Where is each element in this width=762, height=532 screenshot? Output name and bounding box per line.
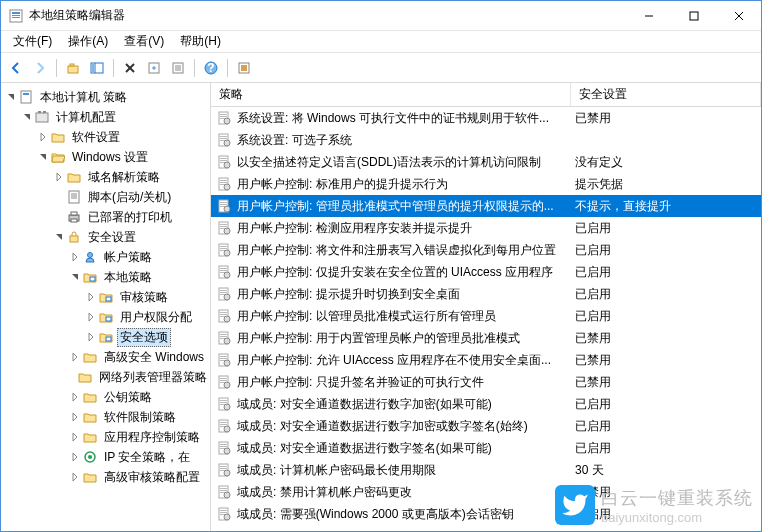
expand-icon[interactable] bbox=[69, 431, 81, 443]
minimize-button[interactable] bbox=[626, 1, 671, 30]
policy-row[interactable]: 域成员: 计算机帐户密码最长使用期限30 天 bbox=[211, 459, 761, 481]
policy-setting-cell: 已启用 bbox=[571, 506, 761, 523]
svg-rect-61 bbox=[220, 182, 227, 183]
tree-item[interactable]: 帐户策略 bbox=[1, 247, 210, 267]
policy-row[interactable]: 用户帐户控制: 以管理员批准模式运行所有管理员已启用 bbox=[211, 305, 761, 327]
tree-item[interactable]: 安全设置 bbox=[1, 227, 210, 247]
collapse-icon[interactable] bbox=[53, 231, 65, 243]
svg-rect-60 bbox=[220, 180, 227, 181]
policy-row[interactable]: 域成员: 禁用计算机帐户密码更改已禁用 bbox=[211, 481, 761, 503]
expand-icon[interactable] bbox=[69, 451, 81, 463]
policy-row[interactable]: 用户帐户控制: 只提升签名并验证的可执行文件已禁用 bbox=[211, 371, 761, 393]
up-button[interactable] bbox=[62, 57, 84, 79]
svg-rect-101 bbox=[220, 358, 227, 359]
expand-icon[interactable] bbox=[37, 131, 49, 143]
policy-row[interactable]: 用户帐户控制: 管理员批准模式中管理员的提升权限提示的...不提示，直接提升 bbox=[211, 195, 761, 217]
collapse-icon[interactable] bbox=[5, 91, 17, 103]
policy-row[interactable]: 域成员: 对安全通道数据进行数字加密或数字签名(始终)已启用 bbox=[211, 415, 761, 437]
collapse-icon[interactable] bbox=[37, 151, 49, 163]
policy-row[interactable]: 用户帐户控制: 仅提升安装在安全位置的 UIAccess 应用程序已启用 bbox=[211, 261, 761, 283]
help-button[interactable]: ? bbox=[200, 57, 222, 79]
policy-row[interactable]: 系统设置: 将 Windows 可执行文件中的证书规则用于软件...已禁用 bbox=[211, 107, 761, 129]
menu-view[interactable]: 查看(V) bbox=[116, 31, 172, 52]
tree-item[interactable]: 网络列表管理器策略 bbox=[1, 367, 210, 387]
titlebar: 本地组策略编辑器 bbox=[1, 1, 761, 31]
maximize-button[interactable] bbox=[671, 1, 716, 30]
expand-icon[interactable] bbox=[69, 351, 81, 363]
svg-point-133 bbox=[224, 492, 230, 498]
column-header-setting[interactable]: 安全设置 bbox=[571, 83, 761, 106]
tree-item[interactable]: 公钥策略 bbox=[1, 387, 210, 407]
menu-help[interactable]: 帮助(H) bbox=[172, 31, 229, 52]
policy-row[interactable]: 域成员: 对安全通道数据进行数字签名(如果可能)已启用 bbox=[211, 437, 761, 459]
tree-item[interactable]: 域名解析策略 bbox=[1, 167, 210, 187]
export-button[interactable] bbox=[143, 57, 165, 79]
policy-row[interactable]: 系统设置: 可选子系统 bbox=[211, 129, 761, 151]
menu-file[interactable]: 文件(F) bbox=[5, 31, 60, 52]
svg-rect-76 bbox=[220, 248, 227, 249]
expand-icon[interactable] bbox=[69, 391, 81, 403]
policy-row[interactable]: 域成员: 需要强(Windows 2000 或更高版本)会话密钥已启用 bbox=[211, 503, 761, 525]
policy-row[interactable]: 域成员: 对安全通道数据进行数字加密(如果可能)已启用 bbox=[211, 393, 761, 415]
column-header-policy[interactable]: 策略 bbox=[211, 83, 571, 106]
tree-item[interactable]: 审核策略 bbox=[1, 287, 210, 307]
svg-point-73 bbox=[224, 228, 230, 234]
svg-point-108 bbox=[224, 382, 230, 388]
policy-name-cell: 域成员: 对安全通道数据进行数字加密或数字签名(始终) bbox=[211, 418, 571, 435]
policy-row[interactable]: 用户帐户控制: 将文件和注册表写入错误虚拟化到每用户位置已启用 bbox=[211, 239, 761, 261]
policy-row[interactable]: 用户帐户控制: 检测应用程序安装并提示提升已启用 bbox=[211, 217, 761, 239]
tree-item[interactable]: 脚本(启动/关机) bbox=[1, 187, 210, 207]
expand-icon[interactable] bbox=[85, 291, 97, 303]
tree-item[interactable]: IP 安全策略，在 bbox=[1, 447, 210, 467]
policy-icon bbox=[217, 507, 231, 521]
policy-icon bbox=[217, 331, 231, 345]
forward-button[interactable] bbox=[29, 57, 51, 79]
expand-icon[interactable] bbox=[69, 251, 81, 263]
expand-icon[interactable] bbox=[69, 411, 81, 423]
content-area: 本地计算机 策略计算机配置软件设置Windows 设置域名解析策略脚本(启动/关… bbox=[1, 83, 761, 531]
menu-action[interactable]: 操作(A) bbox=[60, 31, 116, 52]
folder-icon bbox=[83, 350, 97, 364]
policy-name: 域成员: 对安全通道数据进行数字加密(如果可能) bbox=[237, 396, 492, 413]
collapse-icon[interactable] bbox=[69, 271, 81, 283]
tree-item[interactable]: 本地策略 bbox=[1, 267, 210, 287]
tree-root-item[interactable]: 本地计算机 策略 bbox=[1, 87, 210, 107]
refresh-button[interactable] bbox=[233, 57, 255, 79]
tree-item[interactable]: 软件限制策略 bbox=[1, 407, 210, 427]
tree-item[interactable]: 软件设置 bbox=[1, 127, 210, 147]
list-body[interactable]: 系统设置: 将 Windows 可执行文件中的证书规则用于软件...已禁用系统设… bbox=[211, 107, 761, 531]
show-hide-tree-button[interactable] bbox=[86, 57, 108, 79]
expand-icon[interactable] bbox=[85, 311, 97, 323]
properties-button[interactable] bbox=[167, 57, 189, 79]
folder-pol-icon bbox=[99, 310, 113, 324]
printer-icon bbox=[67, 210, 81, 224]
policy-row[interactable]: 以安全描述符定义语言(SDDL)语法表示的计算机访问限制没有定义 bbox=[211, 151, 761, 173]
collapse-icon[interactable] bbox=[21, 111, 33, 123]
tree-item[interactable]: 高级安全 Windows bbox=[1, 347, 210, 367]
svg-rect-136 bbox=[220, 512, 227, 513]
tree-item[interactable]: 高级审核策略配置 bbox=[1, 467, 210, 487]
delete-button[interactable] bbox=[119, 57, 141, 79]
policy-icon bbox=[217, 419, 231, 433]
tree-item[interactable]: 应用程序控制策略 bbox=[1, 427, 210, 447]
expand-icon[interactable] bbox=[85, 331, 97, 343]
policy-row[interactable]: 用户帐户控制: 提示提升时切换到安全桌面已启用 bbox=[211, 283, 761, 305]
policy-row[interactable]: 用户帐户控制: 用于内置管理员帐户的管理员批准模式已禁用 bbox=[211, 327, 761, 349]
tree-panel[interactable]: 本地计算机 策略计算机配置软件设置Windows 设置域名解析策略脚本(启动/关… bbox=[1, 83, 211, 531]
policy-setting-cell: 已启用 bbox=[571, 418, 761, 435]
back-button[interactable] bbox=[5, 57, 27, 79]
tree-item[interactable]: 安全选项 bbox=[1, 327, 210, 347]
policy-setting-cell: 没有定义 bbox=[571, 154, 761, 171]
tree-item[interactable]: 用户权限分配 bbox=[1, 307, 210, 327]
expand-icon[interactable] bbox=[53, 171, 65, 183]
policy-row[interactable]: 用户帐户控制: 标准用户的提升提示行为提示凭据 bbox=[211, 173, 761, 195]
policy-icon bbox=[217, 265, 231, 279]
tree-item[interactable]: 计算机配置 bbox=[1, 107, 210, 127]
policy-row[interactable]: 用户帐户控制: 允许 UIAccess 应用程序在不使用安全桌面...已禁用 bbox=[211, 349, 761, 371]
close-button[interactable] bbox=[716, 1, 761, 30]
tree-item[interactable]: 已部署的打印机 bbox=[1, 207, 210, 227]
tree-item[interactable]: Windows 设置 bbox=[1, 147, 210, 167]
toolbar-separator bbox=[56, 59, 57, 77]
policy-name: 用户帐户控制: 仅提升安装在安全位置的 UIAccess 应用程序 bbox=[237, 264, 553, 281]
expand-icon[interactable] bbox=[69, 471, 81, 483]
